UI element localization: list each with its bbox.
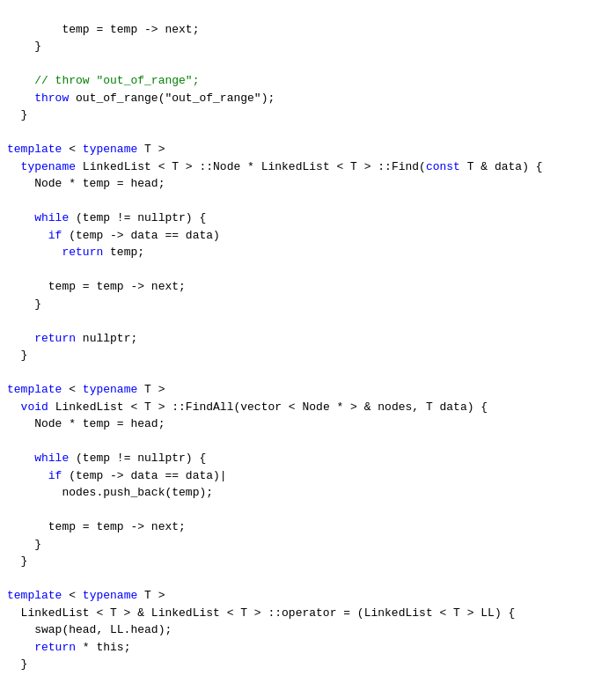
code-token: temp = temp -> next;	[7, 280, 186, 293]
code-line	[0, 570, 616, 588]
code-line: void LinkedList < T > ::FindAll(vector <…	[0, 399, 616, 416]
code-line: while (temp != nullptr) {	[0, 209, 616, 227]
code-token: }	[7, 40, 41, 53]
code-token: Node * temp = head;	[7, 417, 165, 430]
code-line: nodes.push_back(temp);	[0, 484, 616, 502]
code-line: throw out_of_range("out_of_range");	[0, 90, 616, 107]
code-line: temp = temp -> next;	[0, 518, 616, 536]
code-token: (temp -> data == data)	[62, 229, 219, 242]
code-token	[7, 211, 34, 224]
code-token	[7, 641, 34, 654]
code-token: return	[34, 332, 76, 345]
code-token	[7, 246, 62, 259]
code-token: swap(head, LL.head);	[7, 623, 172, 636]
code-line: }	[0, 106, 616, 124]
code-line	[0, 55, 616, 73]
code-line: Node * temp = head;	[0, 175, 616, 193]
code-token: (temp != nullptr) {	[69, 452, 206, 465]
code-token: typename	[83, 383, 137, 396]
code-line: typename LinkedList < T > ::Node * Linke…	[0, 158, 616, 176]
code-line: }	[0, 536, 616, 554]
code-token: Node * temp = head;	[7, 177, 165, 190]
code-token: typename	[83, 589, 137, 602]
code-token	[7, 74, 34, 87]
code-line: return * this;	[0, 639, 616, 657]
code-line	[0, 502, 616, 519]
code-token: }	[7, 349, 27, 362]
code-line: if (temp -> data == data)|	[0, 467, 616, 485]
code-token: typename	[83, 143, 137, 156]
code-token: temp = temp -> next;	[7, 520, 186, 533]
code-token: if	[48, 469, 62, 482]
code-line: // throw "out_of_range";	[0, 72, 616, 90]
code-line: Node * temp = head;	[0, 415, 616, 433]
code-token: }	[7, 108, 27, 121]
code-token: <	[62, 143, 82, 156]
code-token: }	[7, 657, 27, 671]
code-token	[7, 469, 48, 482]
code-line: if (temp -> data == data)	[0, 227, 616, 245]
code-token: T >	[137, 589, 165, 602]
code-token: throw	[34, 92, 69, 105]
code-token: nodes.push_back(temp);	[7, 486, 213, 499]
code-line: return nullptr;	[0, 330, 616, 348]
code-token: T >	[137, 383, 165, 396]
code-line	[0, 673, 616, 684]
code-token: const	[426, 160, 460, 173]
code-line: LinkedList < T > & LinkedList < T > ::op…	[0, 605, 616, 622]
code-token	[7, 160, 21, 173]
code-line: template < typename T >	[0, 587, 616, 605]
code-editor: temp = temp -> next; } // throw "out_of_…	[0, 0, 616, 683]
code-token: LinkedList < T > & LinkedList < T > ::op…	[7, 606, 515, 620]
code-token: while	[34, 452, 69, 465]
code-token: nullptr;	[76, 332, 137, 345]
code-line: temp = temp -> next;	[0, 21, 616, 39]
code-token: LinkedList < T > ::FindAll(vector < Node…	[48, 400, 488, 414]
code-line: swap(head, LL.head);	[0, 621, 616, 639]
code-token: template	[7, 383, 62, 396]
code-token: return	[34, 641, 76, 654]
code-line	[0, 364, 616, 382]
code-token: void	[21, 400, 48, 414]
code-token	[7, 452, 34, 465]
code-token: T & data) {	[460, 160, 543, 173]
code-token: typename	[21, 160, 76, 173]
code-token: while	[34, 211, 69, 224]
code-line: }	[0, 38, 616, 55]
code-token: }	[7, 297, 41, 311]
code-line: }	[0, 347, 616, 364]
code-line: return temp;	[0, 244, 616, 261]
code-token: template	[7, 589, 62, 602]
code-line: }	[0, 296, 616, 313]
code-line: template < typename T >	[0, 141, 616, 158]
code-line	[0, 193, 616, 210]
code-line	[0, 261, 616, 279]
code-line: temp = temp -> next;	[0, 278, 616, 296]
code-token: }	[7, 538, 41, 551]
code-line	[0, 312, 616, 330]
code-token	[7, 332, 34, 345]
code-token: return	[62, 246, 103, 259]
code-token: LinkedList < T > ::Node * LinkedList < T…	[76, 160, 426, 173]
code-token: // throw "out_of_range";	[34, 74, 199, 87]
code-token: temp;	[103, 246, 144, 259]
code-token: }	[7, 554, 27, 568]
code-line: }	[0, 656, 616, 673]
code-token: (temp -> data == data)|	[62, 469, 226, 482]
code-token: <	[62, 383, 82, 396]
code-token: if	[48, 229, 62, 242]
code-token	[7, 400, 21, 414]
code-token	[7, 92, 34, 105]
code-token: <	[62, 589, 82, 602]
code-token: template	[7, 143, 62, 156]
code-line: template < typename T >	[0, 381, 616, 399]
code-token	[7, 229, 48, 242]
code-token: * this;	[76, 641, 130, 654]
code-line: }	[0, 553, 616, 570]
code-line: while (temp != nullptr) {	[0, 450, 616, 467]
code-token: out_of_range("out_of_range");	[69, 92, 275, 105]
code-token: (temp != nullptr) {	[69, 211, 206, 224]
code-token: T >	[137, 143, 165, 156]
code-line	[0, 433, 616, 451]
code-line	[0, 124, 616, 142]
